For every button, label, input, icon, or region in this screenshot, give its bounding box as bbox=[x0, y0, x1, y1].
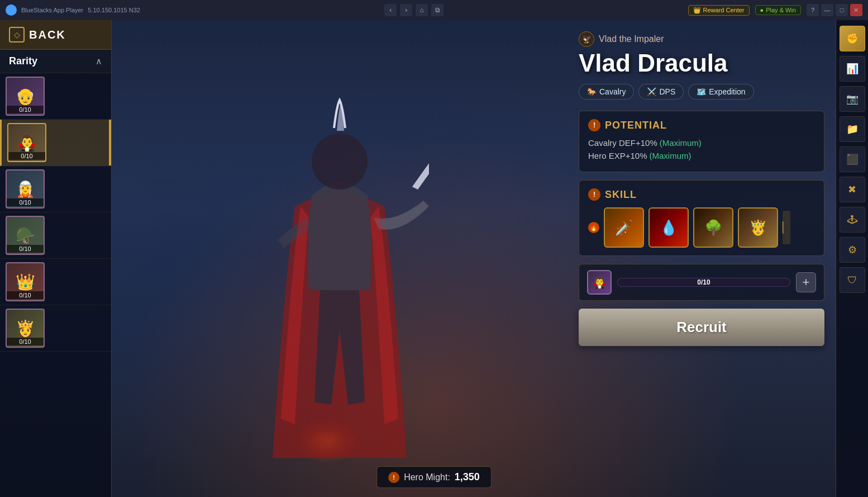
sidebar-joystick-icon[interactable]: 🕹 bbox=[840, 207, 865, 233]
skill-1-image: 🗡️ bbox=[615, 219, 633, 236]
cavalry-icon: 🐎 bbox=[587, 87, 597, 96]
hero-tag-expedition: 🗺️ Expedition bbox=[688, 84, 753, 100]
potential-title: POTENTIAL bbox=[605, 120, 667, 131]
hero-counter: 0/10 bbox=[7, 245, 44, 253]
hero-image-area bbox=[112, 20, 567, 497]
hero-portrait: 🪖 0/10 bbox=[6, 216, 45, 255]
sidebar-settings-icon[interactable]: ⚙ bbox=[840, 237, 865, 263]
minimize-button[interactable]: — bbox=[821, 4, 833, 16]
dps-label: DPS bbox=[659, 87, 675, 96]
might-alert-icon: ! bbox=[388, 472, 399, 483]
skill-icon-4[interactable]: 🤴 bbox=[738, 207, 778, 248]
rarity-label: Rarity bbox=[9, 55, 37, 67]
app-logo bbox=[6, 4, 17, 16]
hero-counter: 0/10 bbox=[8, 152, 45, 160]
potential-text-2: Hero EXP+10% bbox=[588, 151, 647, 160]
sidebar-cross-icon[interactable]: ✖ bbox=[840, 177, 865, 202]
info-panel: 🦅 Vlad the Impaler Vlad Dracula 🐎 Cavalr… bbox=[567, 20, 836, 497]
play-win-icon: ● bbox=[760, 7, 764, 13]
hero-name: Vlad Dracula bbox=[579, 49, 824, 77]
close-button[interactable]: ✕ bbox=[850, 4, 862, 16]
rarity-header[interactable]: Rarity ∧ bbox=[0, 50, 111, 73]
skill-more-indicator: ▏ bbox=[783, 211, 790, 244]
might-label: Hero Might: bbox=[404, 472, 450, 482]
nav-home-button[interactable]: ⌂ bbox=[416, 4, 428, 16]
skill-alert-icon: ! bbox=[588, 188, 600, 201]
potential-text-1: Cavalry DEF+10% bbox=[588, 138, 657, 148]
hero-sidebar: ◇ BACK Rarity ∧ 👴 0/10 🧛 0/10 bbox=[0, 20, 112, 497]
recruit-button[interactable]: Recruit bbox=[579, 309, 824, 346]
fragment-add-button[interactable]: + bbox=[796, 272, 816, 292]
hero-display: 🦅 Vlad the Impaler Vlad Dracula 🐎 Cavalr… bbox=[112, 20, 836, 497]
hero-tag-dps: ⚔️ DPS bbox=[638, 84, 684, 100]
play-win-label: Play & Win bbox=[766, 7, 796, 13]
expedition-label: Expedition bbox=[709, 87, 745, 96]
hero-list: 👴 0/10 🧛 0/10 🧝 0/10 🪖 0/10 bbox=[0, 73, 111, 494]
nav-copy-button[interactable]: ⧉ bbox=[431, 4, 443, 16]
skill-section: ! SKILL 🔥 🗡️ 💧 🌳 🤴 bbox=[579, 180, 824, 256]
skill-header: ! SKILL bbox=[588, 188, 815, 201]
back-icon: ◇ bbox=[9, 27, 25, 42]
reward-icon: 👑 bbox=[693, 7, 701, 14]
list-item[interactable]: 🧛 0/10 bbox=[0, 120, 111, 166]
sidebar-shield-icon[interactable]: 🛡 bbox=[840, 267, 865, 293]
back-button[interactable]: ◇ BACK bbox=[0, 20, 111, 50]
potential-line-2: Hero EXP+10% (Maximum) bbox=[588, 151, 815, 160]
sidebar-folder-icon[interactable]: 📁 bbox=[840, 116, 865, 142]
skill-icon-3[interactable]: 🌳 bbox=[693, 207, 733, 248]
window-controls: ? — □ ✕ bbox=[807, 4, 862, 16]
app-version: 5.10.150.1015 N32 bbox=[88, 7, 140, 13]
skill-3-image: 🌳 bbox=[704, 219, 722, 236]
play-win-button[interactable]: ● Play & Win bbox=[755, 5, 801, 15]
game-area: ◇ BACK Rarity ∧ 👴 0/10 🧛 0/10 bbox=[0, 20, 868, 497]
skill-icon-2[interactable]: 💧 bbox=[648, 207, 689, 248]
fragment-avatar: 🧛 bbox=[587, 270, 612, 295]
hero-portrait: 👑 0/10 bbox=[6, 262, 45, 301]
title-bar: BlueStacks App Player 5.10.150.1015 N32 … bbox=[0, 0, 868, 20]
cavalry-label: Cavalry bbox=[599, 87, 626, 96]
app-name: BlueStacks App Player bbox=[21, 7, 83, 13]
help-button[interactable]: ? bbox=[807, 4, 819, 16]
reward-center-button[interactable]: 👑 Reward Center bbox=[688, 5, 750, 16]
fragment-bar: 🧛 0/10 + bbox=[579, 264, 824, 301]
hero-tag-cavalry: 🐎 Cavalry bbox=[579, 84, 634, 100]
svg-point-0 bbox=[312, 134, 368, 190]
maximize-button[interactable]: □ bbox=[836, 4, 848, 16]
skill-2-image: 💧 bbox=[660, 219, 678, 236]
sidebar-layers-icon[interactable]: ⬛ bbox=[840, 146, 865, 172]
back-label: BACK bbox=[29, 29, 66, 41]
potential-section: ! POTENTIAL Cavalry DEF+10% (Maximum) He… bbox=[579, 111, 824, 172]
list-item[interactable]: 🪖 0/10 bbox=[0, 212, 111, 259]
potential-line-1: Cavalry DEF+10% (Maximum) bbox=[588, 138, 815, 148]
nav-forward-button[interactable]: › bbox=[400, 4, 412, 16]
potential-header: ! POTENTIAL bbox=[588, 119, 815, 131]
expedition-icon: 🗺️ bbox=[697, 87, 706, 96]
list-item[interactable]: 👑 0/10 bbox=[0, 259, 111, 305]
skill-title: SKILL bbox=[605, 189, 637, 201]
right-sidebar: ✊ 📊 📷 📁 ⬛ ✖ 🕹 ⚙ 🛡 bbox=[836, 20, 868, 497]
list-item[interactable]: 👸 0/10 bbox=[0, 305, 111, 352]
sidebar-stats-icon[interactable]: 📊 bbox=[840, 56, 865, 82]
fragment-track: 0/10 bbox=[617, 278, 790, 287]
hero-character-art bbox=[250, 94, 429, 475]
hero-portrait: 🧛 0/10 bbox=[7, 123, 46, 162]
sidebar-fist-icon[interactable]: ✊ bbox=[840, 26, 865, 51]
potential-max-1: (Maximum) bbox=[660, 138, 702, 148]
skill-icon-1[interactable]: 🗡️ bbox=[604, 207, 644, 248]
skill-fire-indicator: 🔥 bbox=[588, 222, 599, 233]
hero-portrait: 👸 0/10 bbox=[6, 309, 45, 348]
skill-4-image: 🤴 bbox=[749, 219, 767, 236]
sidebar-camera-icon[interactable]: 📷 bbox=[840, 86, 865, 112]
title-bar-left: BlueStacks App Player 5.10.150.1015 N32 bbox=[6, 4, 140, 16]
list-item[interactable]: 🧝 0/10 bbox=[0, 166, 111, 212]
title-bar-right: 👑 Reward Center ● Play & Win ? — □ ✕ bbox=[688, 4, 862, 16]
hero-portrait: 👴 0/10 bbox=[6, 77, 45, 116]
hero-tags: 🐎 Cavalry ⚔️ DPS 🗺️ Expedition bbox=[579, 84, 824, 100]
hero-counter: 0/10 bbox=[7, 291, 44, 299]
fragment-text: 0/10 bbox=[697, 278, 710, 286]
list-item[interactable]: 👴 0/10 bbox=[0, 73, 111, 120]
title-bar-nav: ‹ › ⌂ ⧉ bbox=[384, 4, 443, 16]
hero-title-row: 🦅 Vlad the Impaler bbox=[579, 31, 824, 47]
might-value: 1,350 bbox=[455, 471, 480, 483]
nav-back-button[interactable]: ‹ bbox=[384, 4, 397, 16]
